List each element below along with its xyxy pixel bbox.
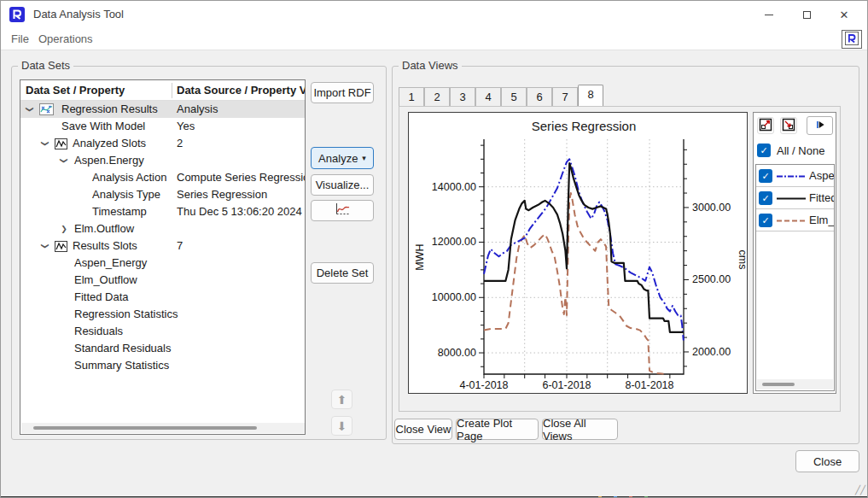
tree-row-residuals[interactable]: Residuals (20, 323, 305, 340)
move-up-button[interactable]: ⬆ (331, 390, 352, 409)
tree-horizontal-scrollbar[interactable] (21, 423, 306, 433)
riverware-help-button[interactable] (842, 30, 862, 49)
tree-row-elm-outflow[interactable]: ❯Elm.Outflow (20, 220, 305, 237)
view-tab-6[interactable]: 6 (527, 87, 552, 107)
view-tab-8[interactable]: 8 (578, 85, 603, 107)
analyze-button[interactable]: Analyze ▾ (311, 147, 374, 169)
resize-grip[interactable]: ╱╱ (855, 486, 864, 495)
move-down-button[interactable]: ⬇ (331, 416, 352, 436)
svg-text:2000.00: 2000.00 (692, 346, 731, 358)
svg-text:14000.00: 14000.00 (432, 181, 476, 193)
tree-row-elm-outflow[interactable]: Elm_Outflow (20, 272, 305, 289)
view-tab-5[interactable]: 5 (501, 87, 527, 107)
title-bar: Data Analysis Tool ✕ (1, 1, 867, 28)
tree-row-label: Elm_Outflow (74, 272, 137, 289)
tree-scrollbar-thumb[interactable] (33, 426, 257, 430)
view-tab-1[interactable]: 1 (399, 87, 424, 107)
view-tab-7[interactable]: 7 (552, 87, 578, 107)
visualize-button[interactable]: Visualize... (311, 174, 374, 196)
chevron-down-icon[interactable]: ❯ (37, 240, 54, 252)
legend-horizontal-scrollbar[interactable] (757, 379, 833, 390)
legend-item-elm-outflow[interactable]: ✓Elm_Outflow (756, 209, 834, 231)
tree-row-value: Series Regression (177, 186, 267, 203)
tree-row-save-with-model[interactable]: Save With ModelYes (20, 118, 305, 135)
analyze-label: Analyze (318, 152, 358, 165)
chevron-down-icon[interactable]: ❯ (37, 138, 54, 149)
dropdown-caret-icon: ▾ (362, 154, 366, 162)
legend-checkbox[interactable]: ✓ (759, 191, 772, 205)
tree-row-label: Elm.Outflow (74, 220, 134, 237)
view-tab-2[interactable]: 2 (424, 87, 450, 107)
maximize-button[interactable] (788, 1, 825, 28)
chevron-down-icon[interactable]: ❯ (55, 155, 73, 167)
tree-row-fitted-data[interactable]: Fitted Data (20, 289, 305, 306)
series-regression-plot[interactable]: Series Regression8000.0010000.0012000.00… (408, 112, 748, 394)
shrink-plot-button[interactable] (780, 117, 797, 134)
view-tab-4[interactable]: 4 (475, 87, 501, 107)
chevron-right-icon[interactable]: ❯ (58, 220, 70, 237)
svg-text:Series Regression: Series Regression (532, 119, 637, 133)
legend-scrollbar-thumb[interactable] (762, 383, 795, 386)
tree-row-analyzed-slots[interactable]: ❯Analyzed Slots2 (20, 135, 305, 152)
tree-row-label: Analysis Type (92, 186, 160, 203)
legend-item-fitted-data[interactable]: ✓Fitted Data (756, 187, 834, 209)
menu-file[interactable]: File (6, 28, 34, 50)
tree-row-value: 2 (177, 135, 183, 152)
delete-set-button[interactable]: Delete Set (311, 262, 374, 284)
legend-item-label: Fitted Data (809, 187, 835, 209)
legend-checkbox[interactable]: ✓ (759, 169, 772, 183)
all-none-checkbox[interactable]: ✓ (757, 144, 771, 157)
data-views-group-label: Data Views (399, 60, 462, 72)
tree-row-value: Compute Series Regressio (177, 169, 306, 186)
close-dialog-button[interactable]: Close (795, 450, 859, 472)
svg-text:cms: cms (737, 250, 747, 270)
tree-row-standard-residuals[interactable]: Standard Residuals (20, 340, 305, 357)
column-separator[interactable] (172, 83, 172, 98)
next-page-button[interactable] (807, 116, 833, 135)
svg-text:2500.00: 2500.00 (692, 273, 731, 285)
tree-row-regression-results[interactable]: ❯Regression ResultsAnalysis (20, 101, 305, 118)
data-sets-group-label: Data Sets (18, 60, 73, 72)
tree-row-aspen-energy[interactable]: ❯Aspen.Energy (20, 152, 305, 169)
import-rdf-button[interactable]: Import RDF (311, 82, 374, 103)
legend-item-label: Aspen_Energy (809, 165, 835, 187)
close-window-button[interactable]: ✕ (825, 1, 863, 28)
close-view-button[interactable]: Close View (394, 419, 452, 440)
down-arrow-icon: ⬇ (337, 419, 347, 433)
column-header-dataset-property[interactable]: Data Set / Property (26, 80, 125, 101)
legend-checkbox[interactable]: ✓ (759, 214, 772, 227)
view-tab-3[interactable]: 3 (450, 87, 475, 107)
tree-row-label: Results Slots (73, 237, 137, 255)
tree-row-label: Save With Model (61, 118, 145, 135)
chevron-down-icon[interactable]: ❯ (21, 103, 38, 115)
tree-row-aspen-energy[interactable]: Aspen_Energy (20, 255, 305, 272)
close-all-views-button[interactable]: Close All Views (542, 419, 618, 440)
legend-list[interactable]: ✓Aspen_Energy✓Fitted Data✓Elm_Outflow (755, 164, 835, 391)
legend-line-sample (776, 219, 807, 223)
series-regression-chart[interactable]: Series Regression8000.0010000.0012000.00… (409, 113, 747, 393)
tree-row-analysis-type[interactable]: Analysis TypeSeries Regression (20, 186, 305, 203)
legend-panel: ✓ All / None ✓Aspen_Energy✓Fitted Data✓E… (753, 112, 836, 394)
data-sets-tree[interactable]: Data Set / Property Data Source / Proper… (20, 79, 306, 435)
plot-button[interactable] (311, 200, 374, 221)
column-header-datasource-value[interactable]: Data Source / Property V (177, 80, 305, 101)
plot-icon (333, 202, 352, 219)
minimize-button[interactable] (750, 1, 788, 28)
expand-plot-button[interactable] (757, 117, 774, 134)
tree-row-value: Yes (177, 118, 195, 135)
legend-item-aspen-energy[interactable]: ✓Aspen_Energy (756, 165, 834, 187)
tree-row-summary-statistics[interactable]: Summary Statistics (20, 357, 305, 374)
create-plot-page-button[interactable]: Create Plot Page (456, 419, 539, 440)
dock-icon (782, 118, 795, 134)
tree-row-results-slots[interactable]: ❯Results Slots7 (20, 237, 305, 255)
tree-row-label: Aspen_Energy (74, 255, 147, 272)
tree-row-analysis-action[interactable]: Analysis ActionCompute Series Regressio (20, 169, 305, 186)
up-arrow-icon: ⬆ (337, 393, 347, 407)
maximize-icon (803, 11, 811, 19)
tree-row-label: Analyzed Slots (73, 135, 146, 152)
menu-operations[interactable]: Operations (33, 28, 98, 50)
series-fitted-data (484, 163, 684, 332)
tree-row-regression-statistics[interactable]: Regression Statistics (20, 306, 305, 323)
tree-header[interactable]: Data Set / Property Data Source / Proper… (20, 80, 305, 101)
tree-row-timestamp[interactable]: TimestampThu Dec 5 13:06:20 2024 (20, 203, 305, 220)
